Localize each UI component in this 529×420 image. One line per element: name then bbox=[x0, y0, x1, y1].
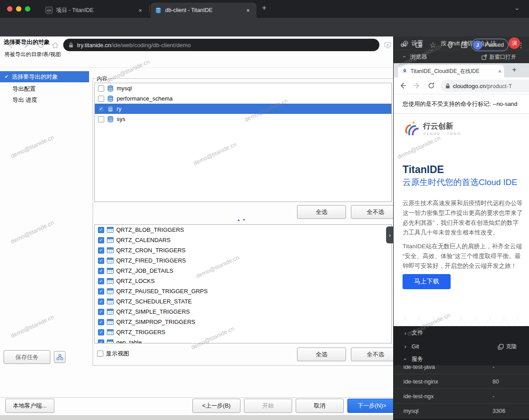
table-row[interactable]: QRTZ_TRIGGERS bbox=[95, 327, 391, 337]
inner-back-button[interactable] bbox=[399, 82, 407, 91]
table-row[interactable]: gen_table bbox=[95, 337, 391, 343]
table-list[interactable]: QRTZ_BLOB_TRIGGERS QRTZ_CALENDARS QRTZ_C… bbox=[94, 224, 392, 343]
close-window-button[interactable] bbox=[7, 6, 12, 12]
new-tab-button[interactable]: + bbox=[262, 4, 267, 13]
wizard-step-export-config[interactable]: 导出配置 bbox=[12, 85, 36, 93]
checkbox-checked[interactable] bbox=[98, 258, 104, 264]
table-row[interactable]: QRTZ_SCHEDULER_STATE bbox=[95, 296, 391, 307]
table-row[interactable]: QRTZ_PAUSED_TRIGGER_GRPS bbox=[95, 286, 391, 296]
service-row[interactable]: ide-test-nginx 80 bbox=[394, 374, 529, 389]
service-row[interactable]: ide-test-ngx - bbox=[394, 389, 529, 404]
service-row[interactable]: mysql 3306 bbox=[394, 404, 529, 418]
inner-reload-button[interactable] bbox=[427, 82, 435, 91]
download-button[interactable]: 马上下载 bbox=[403, 274, 451, 289]
database-list[interactable]: mysql performance_schema ry sys bbox=[94, 83, 392, 202]
section-git[interactable]: › Git 克隆 bbox=[394, 339, 529, 353]
select-none-tables-button[interactable]: 全不选 bbox=[351, 347, 400, 361]
profile-chip[interactable]: J Paused bbox=[471, 39, 509, 51]
pip-button[interactable] bbox=[413, 40, 424, 50]
checkbox[interactable] bbox=[97, 351, 103, 357]
table-row[interactable]: QRTZ_LOCKS bbox=[95, 276, 391, 286]
ide-side-panel: 设置 按 Shift 键切换输入法 演 › 浏览器 新窗口打开 TitanIDE… bbox=[393, 36, 529, 420]
checkbox-checked[interactable] bbox=[98, 106, 104, 112]
checkbox-checked[interactable] bbox=[98, 237, 104, 243]
address-bar[interactable]: try.titanide.cn/ide/web/coding/db-client… bbox=[63, 39, 379, 51]
minimize-window-button[interactable] bbox=[16, 6, 21, 12]
next-step-button[interactable]: 下一步(N)> bbox=[347, 399, 396, 413]
save-task-button[interactable]: 保存任务 bbox=[4, 350, 50, 364]
reload-button[interactable] bbox=[36, 40, 46, 50]
task-diagram-button[interactable] bbox=[54, 351, 65, 363]
forward-button[interactable] bbox=[20, 40, 31, 50]
panel-browser-row[interactable]: › 浏览器 新窗口打开 bbox=[394, 50, 529, 63]
checkbox-checked[interactable] bbox=[98, 227, 104, 233]
start-button[interactable]: 开始 bbox=[244, 399, 292, 413]
checkbox-checked[interactable] bbox=[98, 247, 104, 254]
close-tab-icon[interactable]: × bbox=[244, 6, 252, 14]
menu-dots-icon[interactable]: ⋮ bbox=[516, 40, 526, 50]
checkbox-checked[interactable] bbox=[98, 309, 104, 315]
git-clone-button[interactable]: 克隆 bbox=[498, 343, 517, 351]
table-row[interactable]: QRTZ_CRON_TRIGGERS bbox=[95, 245, 391, 255]
side-panel-icon bbox=[460, 41, 468, 49]
table-row[interactable]: QRTZ_SIMPROP_TRIGGERS bbox=[95, 317, 391, 327]
checkbox[interactable] bbox=[98, 85, 104, 92]
checkbox-checked[interactable] bbox=[98, 339, 104, 344]
wizard-step-select-objects[interactable]: ✔ 选择要导出的对象 bbox=[0, 71, 89, 82]
checkbox[interactable] bbox=[98, 116, 104, 122]
checkbox-checked[interactable] bbox=[98, 299, 104, 305]
db-row[interactable]: mysql bbox=[95, 83, 391, 93]
table-row[interactable]: QRTZ_FIRED_TRIGGERS bbox=[95, 255, 391, 266]
cancel-button[interactable]: 取消 bbox=[296, 399, 344, 413]
open-new-window-button[interactable]: 新窗口打开 bbox=[481, 53, 516, 61]
bookmark-star-button[interactable]: ☆ bbox=[427, 40, 438, 50]
service-name: ide-test-ngx bbox=[403, 393, 434, 400]
table-name: QRTZ_LOCKS bbox=[116, 278, 155, 284]
select-all-databases-button[interactable]: 全选 bbox=[297, 205, 346, 219]
table-row[interactable]: QRTZ_CALENDARS bbox=[95, 235, 391, 245]
table-row[interactable]: QRTZ_JOB_DETAILS bbox=[95, 266, 391, 276]
table-row[interactable]: QRTZ_SIMPLE_TRIGGERS bbox=[95, 307, 391, 317]
home-button[interactable] bbox=[50, 40, 61, 50]
db-row[interactable]: sys bbox=[95, 114, 391, 124]
install-app-button[interactable] bbox=[382, 40, 393, 50]
password-manager-button[interactable] bbox=[398, 40, 409, 50]
select-all-tables-button[interactable]: 全选 bbox=[297, 347, 346, 361]
close-tab-icon[interactable]: × bbox=[136, 6, 144, 14]
table-row[interactable]: QRTZ_BLOB_TRIGGERS bbox=[95, 225, 391, 235]
side-panel-button[interactable] bbox=[459, 40, 469, 50]
url-text: try.titanide.cn/ide/web/coding/db-client… bbox=[77, 42, 191, 48]
show-views-option[interactable]: 显示视图 bbox=[97, 350, 129, 358]
inner-new-tab-button[interactable]: + bbox=[512, 65, 517, 74]
select-none-databases-button[interactable]: 全不选 bbox=[351, 205, 400, 219]
checkbox[interactable] bbox=[98, 96, 104, 102]
close-tab-icon[interactable]: × bbox=[498, 68, 501, 75]
arrow-left-icon bbox=[7, 41, 15, 49]
browser-tab-db-client[interactable]: db-client - TitanIDE × bbox=[151, 3, 256, 18]
inner-browser-tab[interactable]: TitanIDE_CloudIDE_在线IDE × bbox=[398, 65, 504, 77]
back-button[interactable] bbox=[5, 40, 16, 50]
chevron-right-icon: › bbox=[389, 232, 391, 238]
fullscreen-window-button[interactable] bbox=[25, 6, 30, 12]
table-icon bbox=[107, 278, 114, 284]
extensions-button[interactable] bbox=[444, 40, 455, 50]
panel-collapse-handle[interactable]: › bbox=[386, 226, 394, 243]
wizard-step-export-progress[interactable]: 导出 进度 bbox=[12, 96, 37, 104]
checkbox-checked[interactable] bbox=[98, 278, 104, 284]
browser-tab-project[interactable]: </> 项目 - TitanIDE × bbox=[41, 3, 149, 18]
db-row[interactable]: performance_schema bbox=[95, 93, 391, 104]
local-client-button[interactable]: 本地客户端... bbox=[5, 399, 54, 413]
key-icon bbox=[400, 41, 407, 49]
checkbox-checked[interactable] bbox=[98, 288, 104, 295]
db-row-selected[interactable]: ry bbox=[95, 104, 391, 114]
checkbox-checked[interactable] bbox=[98, 319, 104, 325]
section-services[interactable]: › 服务 bbox=[394, 353, 529, 365]
checkbox-checked[interactable] bbox=[98, 268, 104, 274]
previous-step-button[interactable]: <上一步(B) bbox=[192, 399, 240, 413]
checkbox-checked[interactable] bbox=[98, 329, 104, 335]
inner-address-bar[interactable]: cloudtogo.cn/product-T bbox=[440, 80, 529, 92]
tab-search-chevron-icon[interactable]: › bbox=[514, 8, 521, 10]
inner-forward-button[interactable] bbox=[413, 82, 421, 91]
section-files[interactable]: › 文件 bbox=[394, 326, 529, 339]
splitter-arrows-icon[interactable]: ▲▼ bbox=[237, 218, 248, 222]
